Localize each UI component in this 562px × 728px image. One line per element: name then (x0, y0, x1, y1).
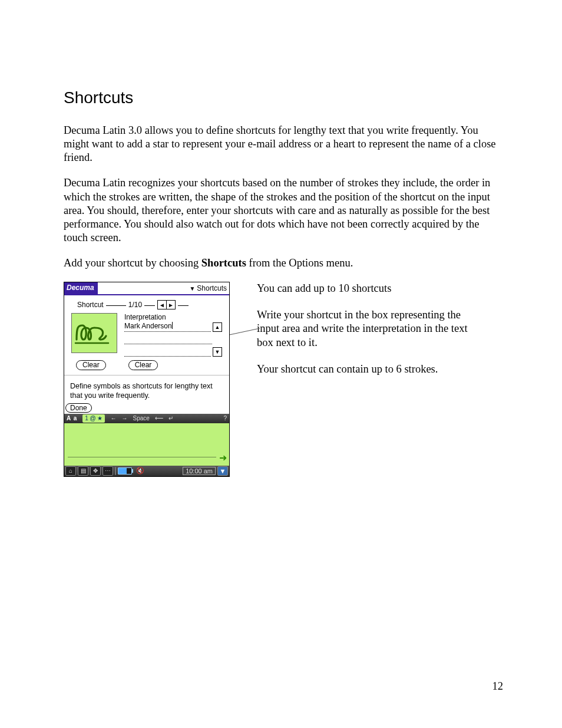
apps-icon[interactable]: ▤ (78, 466, 88, 476)
clear-interpretation-button[interactable]: Clear (128, 360, 158, 370)
page-heading: Shortcuts (64, 88, 503, 107)
paragraph-2: Decuma Latin recognizes your shortcuts b… (64, 176, 503, 245)
arrow-left-icon[interactable]: ← (110, 415, 116, 421)
stepper-next-icon[interactable]: ► (166, 301, 175, 309)
battery-icon (118, 467, 132, 475)
stepper-prev-icon[interactable]: ◄ (158, 301, 166, 309)
enter-icon[interactable]: ↵ (168, 415, 173, 421)
menu-icon[interactable]: ⋯ (103, 466, 113, 476)
interpretation-label: Interpretation (124, 313, 222, 321)
shortcut-field-label: Shortcut (77, 301, 104, 309)
clock: 10:00 am (183, 467, 216, 475)
interpretation-line-2[interactable] (124, 334, 212, 344)
titlebar: Decuma ▼ Shortcuts (64, 282, 229, 295)
writing-area[interactable]: ➜ (64, 423, 229, 466)
menu-label[interactable]: Shortcuts (197, 284, 227, 292)
backspace-icon[interactable]: ⟵ (155, 415, 163, 421)
scroll-up-button[interactable]: ▲ (213, 322, 222, 332)
mode-symbols[interactable]: 1 @ ★ (82, 414, 105, 423)
sound-icon[interactable]: 🔇 (136, 467, 144, 475)
mode-alpha[interactable]: A a (67, 415, 77, 421)
home-icon[interactable]: ⌂ (65, 466, 76, 476)
side-note-3: Your shortcut can contain up to 6 stroke… (257, 363, 469, 376)
menu-dropdown-icon[interactable]: ▼ (189, 285, 195, 292)
interpretation-line-3[interactable] (124, 347, 211, 357)
paragraph-1: Decuma Latin 3.0 allows you to define sh… (64, 124, 503, 164)
input-toolbar: A a 1 @ ★ ← → Space ⟵ ↵ ? (64, 414, 229, 423)
space-button[interactable]: Space (133, 415, 149, 421)
scroll-spacer (214, 336, 222, 344)
device-screenshot: Decuma ▼ Shortcuts Shortcut 1/10 ◄ ► (64, 282, 230, 477)
p3-bold: Shortcuts (201, 257, 246, 269)
shortcut-stepper[interactable]: ◄ ► (157, 300, 176, 309)
side-notes: You can add up to 10 shortcuts Write you… (257, 282, 469, 389)
side-note-2: Write your shortcut in the box represent… (257, 308, 469, 349)
submit-arrow-icon[interactable]: ➜ (219, 452, 227, 463)
status-bar: ⌂ ▤ ✥ ⋯ 🔇 10:00 am ▼ (64, 466, 229, 476)
done-button[interactable]: Done (65, 403, 92, 413)
shortcut-counter: 1/10 (128, 301, 142, 309)
shortcut-draw-area[interactable] (71, 313, 117, 353)
shortcut-panel: Shortcut 1/10 ◄ ► (64, 295, 229, 375)
app-brand: Decuma (64, 282, 98, 294)
find-icon[interactable]: ✥ (90, 466, 101, 476)
side-note-1: You can add up to 10 shortcuts (257, 282, 469, 295)
callout-line (228, 328, 260, 335)
arrow-right-icon[interactable]: → (121, 415, 127, 421)
page-number: 12 (492, 680, 504, 693)
status-dropdown-icon[interactable]: ▼ (217, 466, 228, 476)
paragraph-3: Add your shortcut by choosing Shortcuts … (64, 256, 503, 270)
help-icon[interactable]: ? (223, 415, 227, 421)
p3-pre: Add your shortcut by choosing (64, 257, 201, 269)
clear-drawing-button[interactable]: Clear (76, 360, 106, 370)
interpretation-input[interactable]: Mark Anderson (124, 322, 211, 332)
scroll-down-button[interactable]: ▼ (213, 347, 222, 357)
panel-hint-text: Define symbols as shortcuts for lengthy … (64, 375, 229, 402)
p3-post: from the Options menu. (246, 257, 353, 269)
